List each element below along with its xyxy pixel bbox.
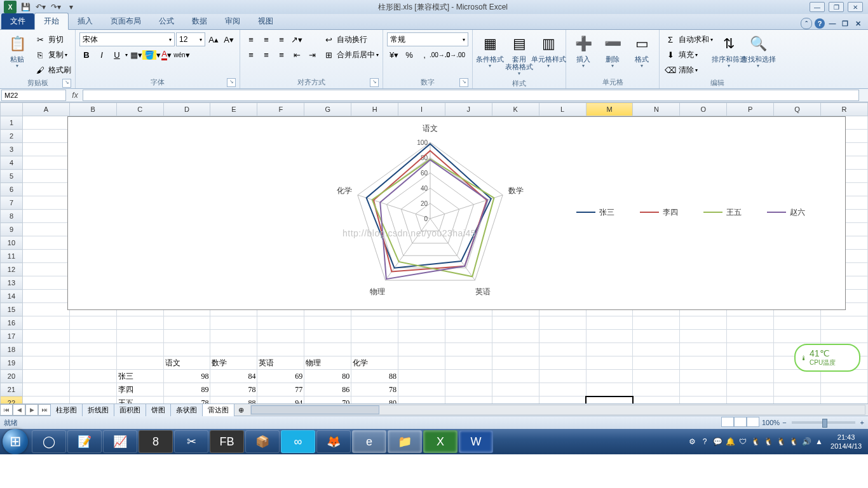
copy-icon[interactable]: ⎘ xyxy=(33,48,47,62)
window-restore-icon[interactable]: ❐ xyxy=(840,18,850,29)
copy-label[interactable]: 复制 xyxy=(48,50,64,60)
autosum-label[interactable]: 自动求和 xyxy=(679,34,709,45)
tab-data[interactable]: 数据 xyxy=(183,13,216,29)
tray-icon[interactable]: 🐧 xyxy=(789,437,799,447)
sheet-nav-last-icon[interactable]: ⏭ xyxy=(38,404,51,416)
phonetic-icon[interactable]: wén▾ xyxy=(175,48,189,62)
tab-file[interactable]: 文件 xyxy=(1,13,34,29)
dialog-launcher-icon[interactable]: ↘ xyxy=(459,78,468,87)
restore-button[interactable]: ❐ xyxy=(829,2,844,12)
zoom-out-icon[interactable]: − xyxy=(782,419,786,426)
cut-label[interactable]: 剪切 xyxy=(48,34,64,45)
taskbar-app-ie[interactable]: e xyxy=(352,430,386,453)
tray-icon[interactable]: 🔔 xyxy=(725,437,735,447)
underline-button[interactable]: U xyxy=(110,48,124,62)
taskbar-clock[interactable]: 21:432014/4/13 xyxy=(827,433,865,451)
align-middle-icon[interactable]: ≡ xyxy=(259,32,273,46)
save-icon[interactable]: 💾 xyxy=(19,1,32,13)
find-select-button[interactable]: 🔍查找和选择▾ xyxy=(745,32,771,70)
tab-view[interactable]: 视图 xyxy=(249,13,282,29)
tray-icon[interactable]: 🛡 xyxy=(738,437,748,447)
merge-label[interactable]: 合并后居中 xyxy=(337,50,375,60)
align-center-icon[interactable]: ≡ xyxy=(259,48,273,62)
font-size-select[interactable]: 12▾ xyxy=(176,32,205,46)
shrink-font-icon[interactable]: A▾ xyxy=(222,32,236,46)
decrease-decimal-icon[interactable]: .0→.00 xyxy=(448,48,462,62)
fill-color-icon[interactable]: 🪣▾ xyxy=(144,48,158,62)
tab-home[interactable]: 开始 xyxy=(34,13,69,30)
font-color-icon[interactable]: A▾ xyxy=(159,48,173,62)
sheet-nav-next-icon[interactable]: ▶ xyxy=(25,404,38,416)
formula-input[interactable] xyxy=(83,90,859,101)
align-right-icon[interactable]: ≡ xyxy=(275,48,288,62)
tab-review[interactable]: 审阅 xyxy=(216,13,249,29)
painter-label[interactable]: 格式刷 xyxy=(48,65,71,76)
sheet-tab[interactable]: 柱形图 xyxy=(50,403,83,416)
tray-icon[interactable]: ⚙ xyxy=(687,437,697,447)
paste-button[interactable]: 📋 粘贴▾ xyxy=(4,32,31,70)
insert-cell-button[interactable]: ➕插入▾ xyxy=(570,32,597,70)
autosum-icon[interactable]: Σ xyxy=(663,32,677,46)
percent-icon[interactable]: % xyxy=(402,48,416,62)
merge-icon[interactable]: ⊞ xyxy=(322,48,336,62)
grow-font-icon[interactable]: A▴ xyxy=(207,32,220,46)
sheet-tab[interactable]: 雷达图 xyxy=(202,403,234,416)
bold-button[interactable]: B xyxy=(79,48,93,62)
format-painter-icon[interactable]: 🖌 xyxy=(33,63,47,77)
view-buttons[interactable] xyxy=(721,417,759,428)
undo-icon[interactable]: ↶▾ xyxy=(34,1,47,13)
qat-customize-icon[interactable]: ▾ xyxy=(65,1,78,13)
taskbar-app-excel[interactable]: X xyxy=(423,430,458,453)
tray-icon[interactable]: 🐧 xyxy=(763,437,773,447)
format-table-button[interactable]: ▤套用 表格格式▾ xyxy=(506,32,532,78)
tab-page-layout[interactable]: 页面布局 xyxy=(102,13,150,29)
tray-icon[interactable]: 💬 xyxy=(712,437,722,447)
chart-object[interactable]: 020406080100语文数学英语物理化学张三李四王五赵六 http://bl… xyxy=(67,116,846,310)
tab-formulas[interactable]: 公式 xyxy=(150,13,183,29)
font-name-select[interactable]: 宋体▾ xyxy=(79,32,175,46)
taskbar-app-matlab[interactable]: 📈 xyxy=(103,430,137,453)
window-close-icon[interactable]: ✕ xyxy=(853,18,863,29)
taskbar-app-flash[interactable]: FB xyxy=(210,430,244,453)
fx-icon[interactable]: fx xyxy=(67,91,83,100)
format-cell-button[interactable]: ▭格式▾ xyxy=(628,32,655,70)
tray-volume-icon[interactable]: 🔊 xyxy=(801,437,811,447)
tray-icon[interactable]: 🐧 xyxy=(776,437,786,447)
minimize-button[interactable]: ― xyxy=(810,2,825,12)
sheet-tab[interactable]: 面积图 xyxy=(114,403,146,416)
start-button[interactable]: ⊞ xyxy=(3,429,28,454)
new-sheet-icon[interactable]: ⊕ xyxy=(234,406,248,414)
sort-filter-button[interactable]: ⇅排序和筛选▾ xyxy=(715,32,742,70)
dialog-launcher-icon[interactable]: ↘ xyxy=(370,78,379,87)
zoom-in-icon[interactable]: + xyxy=(860,419,864,426)
taskbar-app-box[interactable]: 📦 xyxy=(245,430,280,453)
help-icon[interactable]: ? xyxy=(815,18,825,29)
sheet-nav-prev-icon[interactable]: ◀ xyxy=(13,404,25,416)
taskbar-app-eclipse[interactable]: ◯ xyxy=(32,430,66,453)
number-format-select[interactable]: 常规▾ xyxy=(387,32,468,46)
clear-label[interactable]: 清除 xyxy=(679,65,694,76)
border-icon[interactable]: ▦▾ xyxy=(129,48,143,62)
align-left-icon[interactable]: ≡ xyxy=(244,48,258,62)
sheet-tab[interactable]: 折线图 xyxy=(82,403,114,416)
taskbar-app-word[interactable]: W xyxy=(459,430,493,453)
sheet-tab[interactable]: 饼图 xyxy=(146,403,171,416)
taskbar-app-8[interactable]: 8 xyxy=(139,430,173,453)
name-box[interactable]: M22 xyxy=(1,90,66,101)
redo-icon[interactable]: ↷▾ xyxy=(50,1,62,13)
dialog-launcher-icon[interactable]: ↘ xyxy=(227,78,236,87)
currency-icon[interactable]: ¥▾ xyxy=(387,48,401,62)
align-top-icon[interactable]: ≡ xyxy=(244,32,258,46)
fill-label[interactable]: 填充 xyxy=(679,50,694,60)
sheet-nav-first-icon[interactable]: ⏮ xyxy=(0,404,13,416)
sheet-tab[interactable]: 条状图 xyxy=(170,403,203,416)
taskbar-app-snip[interactable]: ✂ xyxy=(174,430,208,453)
indent-right-icon[interactable]: ⇥ xyxy=(305,48,319,62)
taskbar-app-firefox[interactable]: 🦊 xyxy=(316,430,351,453)
conditional-format-button[interactable]: ▦条件格式▾ xyxy=(477,32,503,70)
dialog-launcher-icon[interactable]: ↘ xyxy=(62,79,71,88)
orientation-icon[interactable]: ↗▾ xyxy=(290,32,304,46)
taskbar-app-notes[interactable]: 📝 xyxy=(67,430,102,453)
wrap-text-label[interactable]: 自动换行 xyxy=(337,34,367,45)
wrap-text-icon[interactable]: ↩ xyxy=(322,32,336,46)
